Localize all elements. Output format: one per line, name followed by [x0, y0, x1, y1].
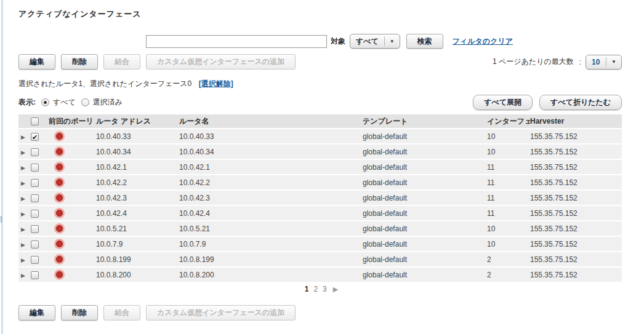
- display-filter-label: 表示:: [18, 97, 36, 108]
- template-name: global-default: [363, 132, 487, 141]
- splitter-handle-icon[interactable]: [1, 216, 2, 223]
- row-checkbox[interactable]: [31, 164, 39, 172]
- harvester-address: 155.35.75.152: [530, 209, 622, 218]
- harvester-address: 155.35.75.152: [530, 225, 622, 233]
- page-size-colon: :: [579, 58, 581, 66]
- expand-all-button[interactable]: すべて展開: [473, 95, 533, 110]
- table-row: ▶ 10.0.5.21 10.0.5.21 global-default 10 …: [18, 221, 622, 236]
- column-template: テンプレート: [363, 116, 487, 127]
- router-address: 10.0.5.21: [96, 225, 179, 233]
- harvester-address: 155.35.75.152: [530, 255, 622, 264]
- template-name: global-default: [363, 163, 487, 172]
- clear-selection-link[interactable]: [選択解除]: [199, 79, 233, 88]
- page-link-1[interactable]: 1: [305, 285, 309, 293]
- add-custom-interface-button[interactable]: カスタム仮想インターフェースの追加: [146, 305, 296, 320]
- expand-row-icon[interactable]: ▶: [21, 242, 25, 248]
- expand-row-icon[interactable]: ▶: [21, 226, 25, 233]
- row-checkbox[interactable]: [31, 148, 39, 156]
- delete-button[interactable]: 削除: [61, 305, 98, 320]
- status-icon: [54, 131, 65, 141]
- table-row: ▶ 10.0.42.1 10.0.42.1 global-default 11 …: [18, 160, 622, 174]
- search-button[interactable]: 検索: [406, 34, 443, 49]
- expand-row-icon[interactable]: ▶: [21, 134, 25, 140]
- row-checkbox[interactable]: [31, 179, 39, 187]
- page-title: アクティブなインターフェース: [18, 9, 622, 20]
- next-page-icon[interactable]: ▶: [333, 285, 338, 293]
- harvester-address: 155.35.75.152: [530, 194, 622, 202]
- router-name: 10.0.42.4: [179, 209, 363, 218]
- expand-controls: すべて展開 すべて折りたたむ: [473, 95, 622, 110]
- harvester-address: 155.35.75.152: [530, 148, 622, 156]
- active-interfaces-panel: アクティブなインターフェース 対象 すべて ▼ 検索 フィルタのクリア 編集 削…: [18, 0, 622, 320]
- expand-row-icon[interactable]: ▶: [21, 180, 25, 186]
- radio-show-selected-label: 選択済み: [93, 97, 123, 108]
- panel-splitter[interactable]: [1, 0, 3, 334]
- router-name: 10.0.42.2: [179, 178, 363, 187]
- interface-count: 10: [487, 132, 530, 141]
- page-size-dropdown[interactable]: 10 ▼: [586, 55, 622, 70]
- interface-count: 2: [487, 271, 530, 279]
- expand-row-icon[interactable]: ▶: [21, 149, 25, 156]
- edit-button[interactable]: 編集: [18, 54, 55, 70]
- radio-show-selected[interactable]: [81, 98, 89, 106]
- expand-row-icon[interactable]: ▶: [21, 272, 25, 279]
- clear-filter-link[interactable]: フィルタのクリア: [453, 36, 513, 47]
- expand-row-icon[interactable]: ▶: [21, 196, 25, 202]
- row-checkbox[interactable]: [31, 271, 39, 279]
- table-body: ▶ ✔ 10.0.40.33 10.0.40.33 global-default…: [18, 129, 622, 282]
- page-link-2[interactable]: 2: [313, 285, 318, 293]
- page-link-3[interactable]: 3: [323, 285, 327, 293]
- expand-row-icon[interactable]: ▶: [21, 165, 25, 171]
- merge-button[interactable]: 結合: [103, 305, 140, 320]
- router-address: 10.0.7.9: [96, 240, 179, 249]
- harvester-address: 155.35.75.152: [530, 132, 622, 141]
- search-input[interactable]: [146, 35, 327, 48]
- status-icon: [54, 146, 65, 157]
- router-address: 10.0.42.4: [96, 209, 179, 218]
- expand-row-icon[interactable]: ▶: [21, 211, 25, 217]
- harvester-address: 155.35.75.152: [530, 178, 622, 187]
- template-name: global-default: [363, 209, 487, 218]
- row-checkbox[interactable]: ✔: [31, 133, 39, 141]
- row-checkbox[interactable]: [31, 225, 39, 233]
- interface-count: 10: [487, 225, 530, 233]
- merge-button[interactable]: 結合: [103, 54, 140, 70]
- chevron-down-icon: ▼: [385, 39, 400, 44]
- row-checkbox[interactable]: [31, 194, 39, 202]
- status-icon: [54, 254, 65, 264]
- router-name: 10.0.8.199: [179, 255, 363, 264]
- delete-button[interactable]: 削除: [61, 54, 98, 70]
- page-size-label: 1 ページあたりの最大数: [493, 57, 574, 67]
- template-name: global-default: [363, 148, 487, 156]
- status-icon: [54, 208, 65, 218]
- edit-button[interactable]: 編集: [18, 305, 55, 320]
- interface-count: 11: [487, 163, 530, 172]
- row-checkbox[interactable]: [31, 241, 39, 249]
- interface-count: 10: [487, 240, 530, 249]
- radio-show-all[interactable]: [41, 98, 49, 106]
- add-custom-interface-button[interactable]: カスタム仮想インターフェースの追加: [146, 54, 296, 70]
- column-last-poll: 前回のポーリ: [49, 116, 96, 127]
- table-row: ▶ 10.0.7.9 10.0.7.9 global-default 10 15…: [18, 237, 622, 251]
- search-bar: 対象 すべて ▼ 検索 フィルタのクリア: [18, 33, 622, 49]
- table-row: ▶ 10.0.8.200 10.0.8.200 global-default 2…: [18, 268, 622, 282]
- radio-show-all-label: すべて: [53, 97, 76, 108]
- page-size-value: 10: [586, 58, 606, 66]
- router-name: 10.0.5.21: [179, 225, 363, 233]
- interface-count: 2: [487, 255, 530, 264]
- router-name: 10.0.8.200: [179, 271, 363, 279]
- top-toolbar: 編集 削除 結合 カスタム仮想インターフェースの追加 1 ページあたりの最大数 …: [18, 54, 622, 70]
- column-harvester: Harvester: [530, 117, 622, 125]
- router-address: 10.0.42.2: [96, 178, 179, 187]
- expand-row-icon[interactable]: ▶: [21, 257, 25, 263]
- select-all-checkbox[interactable]: [31, 117, 39, 125]
- table-header: 前回のポーリ ルータ アドレス ルータ名 テンプレート インターフェ Harve…: [18, 114, 622, 128]
- harvester-address: 155.35.75.152: [530, 163, 622, 172]
- row-checkbox[interactable]: [31, 210, 39, 218]
- collapse-all-button[interactable]: すべて折りたたむ: [539, 95, 622, 110]
- router-address: 10.0.8.200: [96, 271, 179, 279]
- status-icon: [54, 162, 65, 172]
- template-name: global-default: [363, 225, 487, 233]
- row-checkbox[interactable]: [31, 256, 39, 264]
- search-scope-dropdown[interactable]: すべて ▼: [350, 34, 400, 49]
